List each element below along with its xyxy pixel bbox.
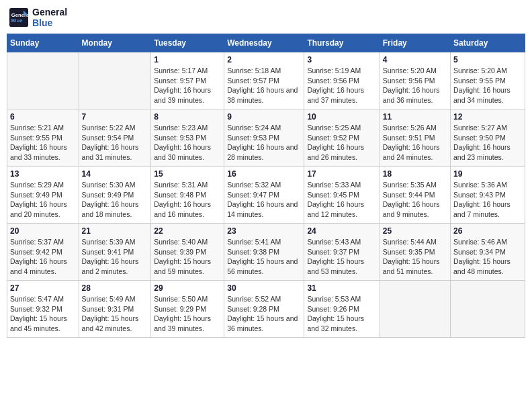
column-header-thursday: Thursday: [304, 34, 380, 52]
page-header: General Blue General Blue: [7, 7, 525, 28]
calendar-cell: 12Sunrise: 5:27 AMSunset: 9:50 PMDayligh…: [451, 109, 525, 167]
calendar-cell: 14Sunrise: 5:30 AMSunset: 9:49 PMDayligh…: [79, 167, 151, 224]
logo-text-blue: Blue: [32, 17, 67, 28]
calendar-week-row: 20Sunrise: 5:37 AMSunset: 9:42 PMDayligh…: [7, 224, 525, 281]
day-number: 22: [154, 226, 221, 236]
day-number: 28: [82, 283, 148, 293]
day-info: Sunrise: 5:49 AMSunset: 9:31 PMDaylight:…: [82, 294, 148, 334]
calendar-table: SundayMondayTuesdayWednesdayThursdayFrid…: [7, 34, 525, 338]
column-header-sunday: Sunday: [7, 34, 79, 52]
day-number: 11: [383, 112, 447, 122]
day-info: Sunrise: 5:23 AMSunset: 9:53 PMDaylight:…: [154, 123, 221, 163]
calendar-cell: 19Sunrise: 5:36 AMSunset: 9:43 PMDayligh…: [451, 167, 525, 224]
day-info: Sunrise: 5:18 AMSunset: 9:57 PMDaylight:…: [227, 66, 301, 105]
day-info: Sunrise: 5:17 AMSunset: 9:57 PMDaylight:…: [154, 66, 221, 105]
day-number: 13: [10, 169, 76, 179]
day-number: 6: [10, 112, 76, 122]
day-number: 3: [307, 55, 376, 64]
calendar-cell: 10Sunrise: 5:25 AMSunset: 9:52 PMDayligh…: [304, 109, 380, 167]
day-number: 26: [453, 226, 522, 236]
day-number: 25: [383, 226, 447, 236]
calendar-cell: 9Sunrise: 5:24 AMSunset: 9:53 PMDaylight…: [224, 109, 304, 167]
day-number: 1: [154, 55, 221, 64]
calendar-cell: [380, 281, 450, 338]
day-info: Sunrise: 5:20 AMSunset: 9:56 PMDaylight:…: [383, 66, 447, 105]
day-info: Sunrise: 5:39 AMSunset: 9:41 PMDaylight:…: [82, 237, 148, 277]
calendar-week-row: 6Sunrise: 5:21 AMSunset: 9:55 PMDaylight…: [7, 109, 525, 167]
column-header-saturday: Saturday: [451, 34, 525, 52]
calendar-cell: 31Sunrise: 5:53 AMSunset: 9:26 PMDayligh…: [304, 281, 380, 338]
day-info: Sunrise: 5:44 AMSunset: 9:35 PMDaylight:…: [383, 237, 447, 277]
day-info: Sunrise: 5:40 AMSunset: 9:39 PMDaylight:…: [154, 237, 221, 277]
day-info: Sunrise: 5:21 AMSunset: 9:55 PMDaylight:…: [10, 123, 76, 163]
day-number: 19: [453, 169, 522, 179]
calendar-cell: 11Sunrise: 5:26 AMSunset: 9:51 PMDayligh…: [380, 109, 450, 167]
logo-text-general: General: [32, 7, 67, 17]
calendar-cell: [7, 52, 79, 109]
day-number: 27: [10, 283, 76, 293]
calendar-cell: 21Sunrise: 5:39 AMSunset: 9:41 PMDayligh…: [79, 224, 151, 281]
day-number: 15: [154, 169, 221, 179]
column-header-friday: Friday: [380, 34, 450, 52]
day-info: Sunrise: 5:43 AMSunset: 9:37 PMDaylight:…: [307, 237, 376, 277]
day-number: 21: [82, 226, 148, 236]
calendar-cell: 23Sunrise: 5:41 AMSunset: 9:38 PMDayligh…: [224, 224, 304, 281]
day-number: 2: [227, 55, 301, 64]
day-info: Sunrise: 5:33 AMSunset: 9:45 PMDaylight:…: [307, 180, 376, 220]
day-info: Sunrise: 5:31 AMSunset: 9:48 PMDaylight:…: [154, 180, 221, 220]
day-number: 18: [383, 169, 447, 179]
day-info: Sunrise: 5:50 AMSunset: 9:29 PMDaylight:…: [154, 294, 221, 334]
day-number: 16: [227, 169, 301, 179]
day-number: 12: [453, 112, 522, 122]
calendar-cell: 24Sunrise: 5:43 AMSunset: 9:37 PMDayligh…: [304, 224, 380, 281]
day-info: Sunrise: 5:26 AMSunset: 9:51 PMDaylight:…: [383, 123, 447, 163]
calendar-cell: 22Sunrise: 5:40 AMSunset: 9:39 PMDayligh…: [151, 224, 224, 281]
day-number: 10: [307, 112, 376, 122]
calendar-cell: 29Sunrise: 5:50 AMSunset: 9:29 PMDayligh…: [151, 281, 224, 338]
column-header-wednesday: Wednesday: [224, 34, 304, 52]
day-number: 9: [227, 112, 301, 122]
day-info: Sunrise: 5:19 AMSunset: 9:56 PMDaylight:…: [307, 66, 376, 105]
day-info: Sunrise: 5:52 AMSunset: 9:28 PMDaylight:…: [227, 294, 301, 334]
calendar-week-row: 1Sunrise: 5:17 AMSunset: 9:57 PMDaylight…: [7, 52, 525, 109]
calendar-cell: 6Sunrise: 5:21 AMSunset: 9:55 PMDaylight…: [7, 109, 79, 167]
day-info: Sunrise: 5:32 AMSunset: 9:47 PMDaylight:…: [227, 180, 301, 220]
calendar-cell: 2Sunrise: 5:18 AMSunset: 9:57 PMDaylight…: [224, 52, 304, 109]
day-info: Sunrise: 5:25 AMSunset: 9:52 PMDaylight:…: [307, 123, 376, 163]
calendar-cell: 26Sunrise: 5:46 AMSunset: 9:34 PMDayligh…: [451, 224, 525, 281]
calendar-week-row: 13Sunrise: 5:29 AMSunset: 9:49 PMDayligh…: [7, 167, 525, 224]
day-number: 29: [154, 283, 221, 293]
logo-icon: General Blue: [9, 8, 28, 27]
calendar-cell: 16Sunrise: 5:32 AMSunset: 9:47 PMDayligh…: [224, 167, 304, 224]
calendar-cell: 17Sunrise: 5:33 AMSunset: 9:45 PMDayligh…: [304, 167, 380, 224]
day-info: Sunrise: 5:37 AMSunset: 9:42 PMDaylight:…: [10, 237, 76, 277]
calendar-cell: 1Sunrise: 5:17 AMSunset: 9:57 PMDaylight…: [151, 52, 224, 109]
logo: General Blue General Blue: [9, 7, 67, 28]
calendar-cell: 4Sunrise: 5:20 AMSunset: 9:56 PMDaylight…: [380, 52, 450, 109]
day-info: Sunrise: 5:24 AMSunset: 9:53 PMDaylight:…: [227, 123, 301, 163]
day-info: Sunrise: 5:27 AMSunset: 9:50 PMDaylight:…: [453, 123, 522, 163]
day-number: 17: [307, 169, 376, 179]
day-info: Sunrise: 5:29 AMSunset: 9:49 PMDaylight:…: [10, 180, 76, 220]
day-number: 31: [307, 283, 376, 293]
calendar-cell: 3Sunrise: 5:19 AMSunset: 9:56 PMDaylight…: [304, 52, 380, 109]
calendar-cell: 7Sunrise: 5:22 AMSunset: 9:54 PMDaylight…: [79, 109, 151, 167]
calendar-cell: 25Sunrise: 5:44 AMSunset: 9:35 PMDayligh…: [380, 224, 450, 281]
day-info: Sunrise: 5:30 AMSunset: 9:49 PMDaylight:…: [82, 180, 148, 220]
day-number: 5: [453, 55, 522, 64]
day-number: 24: [307, 226, 376, 236]
column-header-tuesday: Tuesday: [151, 34, 224, 52]
day-number: 8: [154, 112, 221, 122]
day-info: Sunrise: 5:53 AMSunset: 9:26 PMDaylight:…: [307, 294, 376, 334]
calendar-header-row: SundayMondayTuesdayWednesdayThursdayFrid…: [7, 34, 525, 52]
calendar-cell: 30Sunrise: 5:52 AMSunset: 9:28 PMDayligh…: [224, 281, 304, 338]
calendar-cell: 20Sunrise: 5:37 AMSunset: 9:42 PMDayligh…: [7, 224, 79, 281]
calendar-cell: 18Sunrise: 5:35 AMSunset: 9:44 PMDayligh…: [380, 167, 450, 224]
calendar-cell: [451, 281, 525, 338]
calendar-cell: 8Sunrise: 5:23 AMSunset: 9:53 PMDaylight…: [151, 109, 224, 167]
calendar-cell: 13Sunrise: 5:29 AMSunset: 9:49 PMDayligh…: [7, 167, 79, 224]
day-info: Sunrise: 5:20 AMSunset: 9:55 PMDaylight:…: [453, 66, 522, 105]
calendar-cell: 15Sunrise: 5:31 AMSunset: 9:48 PMDayligh…: [151, 167, 224, 224]
calendar-week-row: 27Sunrise: 5:47 AMSunset: 9:32 PMDayligh…: [7, 281, 525, 338]
day-number: 30: [227, 283, 301, 293]
